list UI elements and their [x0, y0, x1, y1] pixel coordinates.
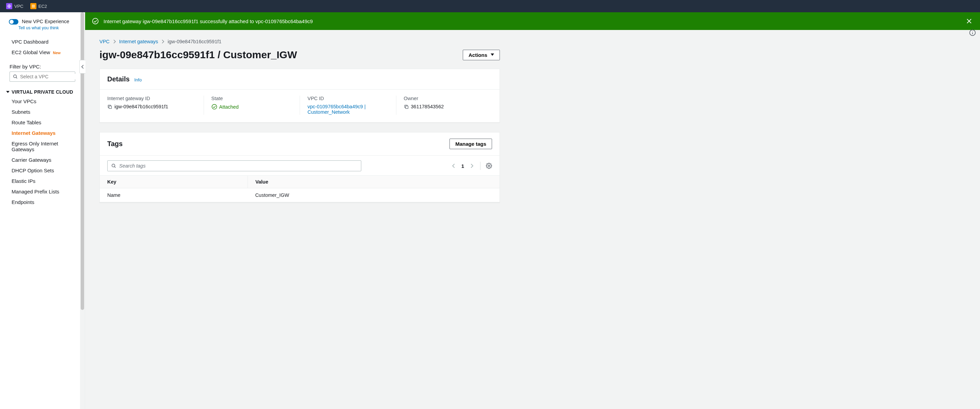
- igw-id-value: igw-09e847b16cc9591f1: [115, 104, 168, 109]
- details-info-link[interactable]: Info: [134, 77, 142, 83]
- sidebar-item-your-vpcs[interactable]: Your VPCs: [0, 96, 85, 107]
- success-check-icon: [92, 18, 99, 24]
- svg-point-11: [972, 31, 973, 32]
- sidebar-group-title: VIRTUAL PRIVATE CLOUD: [11, 89, 73, 95]
- filter-vpc-select[interactable]: [10, 72, 75, 82]
- sidebar-item-subnets[interactable]: Subnets: [0, 107, 85, 117]
- tags-title: Tags: [107, 140, 123, 148]
- service-tab-label: VPC: [14, 4, 24, 9]
- copy-icon: [404, 104, 409, 109]
- caret-down-icon: [491, 54, 494, 56]
- search-icon: [13, 74, 18, 80]
- svg-marker-5: [6, 91, 10, 93]
- sidebar-link-label: EC2 Global View: [11, 49, 50, 55]
- chevron-right-icon: [113, 40, 116, 44]
- svg-line-17: [115, 167, 115, 167]
- breadcrumb-vpc[interactable]: VPC: [99, 39, 110, 44]
- page-next-button[interactable]: [469, 162, 475, 170]
- tag-key-cell: Name: [100, 188, 248, 202]
- copy-owner-button[interactable]: [404, 104, 409, 109]
- table-settings-button[interactable]: [486, 163, 492, 169]
- new-experience-toggle[interactable]: [9, 19, 18, 24]
- sidebar-item-route-tables[interactable]: Route Tables: [0, 117, 85, 128]
- search-icon: [111, 163, 116, 169]
- sidebar-link-label: VPC Dashboard: [11, 39, 48, 45]
- pagination: 1: [451, 162, 492, 170]
- details-panel: Details Info Internet gateway ID igw-: [99, 69, 500, 123]
- svg-point-6: [92, 18, 99, 24]
- tags-panel: Tags Manage tags 1: [99, 132, 500, 203]
- copy-igw-id-button[interactable]: [107, 104, 112, 109]
- chevron-left-icon: [452, 164, 455, 168]
- breadcrumb: VPC Internet gateways igw-09e847b16cc959…: [99, 39, 500, 44]
- close-icon: [966, 18, 972, 24]
- sidebar-group-vpc[interactable]: VIRTUAL PRIVATE CLOUD: [0, 86, 85, 96]
- chevron-right-icon: [161, 40, 164, 44]
- svg-point-14: [212, 104, 216, 109]
- actions-label: Actions: [469, 52, 487, 58]
- search-tags-input[interactable]: [119, 163, 358, 169]
- igw-id-label: Internet gateway ID: [107, 96, 196, 101]
- state-value: Attached: [219, 104, 239, 110]
- svg-point-3: [14, 75, 17, 78]
- sidebar-item-elastic-ips[interactable]: Elastic IPs: [0, 176, 85, 186]
- feedback-link[interactable]: Tell us what you think: [18, 25, 85, 30]
- actions-button[interactable]: Actions: [463, 50, 500, 60]
- sidebar-item-endpoints[interactable]: Endpoints: [0, 197, 85, 207]
- caret-down-icon: [6, 90, 10, 94]
- gear-icon: [486, 163, 492, 169]
- copy-icon: [107, 104, 112, 109]
- experience-title: New VPC Experience: [22, 18, 69, 25]
- svg-rect-2: [33, 6, 34, 7]
- sidebar-item-dhcp-option-sets[interactable]: DHCP Option Sets: [0, 165, 85, 176]
- table-row[interactable]: Name Customer_IGW: [100, 188, 500, 202]
- tags-col-key[interactable]: Key: [100, 176, 248, 188]
- filter-by-vpc-label: Filter by VPC:: [0, 60, 85, 72]
- breadcrumb-current: igw-09e847b16cc9591f1: [167, 39, 221, 44]
- sidebar-link-ec2-global-view[interactable]: EC2 Global View New: [0, 47, 85, 57]
- page-prev-button[interactable]: [451, 162, 457, 170]
- vpc-id-link[interactable]: vpc-0109765bc64ba49c9 | Customer_Network: [307, 104, 388, 115]
- service-tab-vpc[interactable]: VPC: [3, 2, 26, 11]
- success-flash: Internet gateway igw-09e847b16cc9591f1 s…: [85, 12, 980, 30]
- new-badge: New: [53, 51, 60, 55]
- state-label: State: [212, 96, 293, 101]
- service-tab-ec2[interactable]: EC2: [28, 2, 50, 11]
- info-panel-toggle[interactable]: [969, 29, 976, 36]
- scrollbar-thumb[interactable]: [81, 12, 84, 310]
- divider: [480, 162, 480, 170]
- vpc-service-icon: [6, 3, 12, 9]
- sidebar-item-managed-prefix-lists[interactable]: Managed Prefix Lists: [0, 186, 85, 197]
- info-icon: [969, 29, 976, 36]
- svg-marker-12: [491, 54, 494, 56]
- flash-close-button[interactable]: [965, 17, 973, 25]
- filter-vpc-input[interactable]: [20, 74, 80, 80]
- ec2-service-icon: [30, 3, 37, 9]
- tags-col-value[interactable]: Value: [248, 176, 500, 188]
- chevron-right-icon: [470, 164, 473, 168]
- details-title: Details: [107, 75, 130, 83]
- svg-rect-13: [109, 106, 112, 109]
- tags-table: Key Value Name Customer_IGW: [100, 175, 500, 202]
- service-tab-label: EC2: [38, 4, 47, 9]
- chevron-left-icon: [81, 65, 84, 69]
- service-bar: VPC EC2: [0, 0, 980, 12]
- sidebar-item-egress-only-igw[interactable]: Egress Only Internet Gateways: [0, 138, 85, 154]
- page-number: 1: [461, 163, 464, 169]
- flash-message: Internet gateway igw-09e847b16cc9591f1 s…: [103, 18, 960, 24]
- sidebar-item-internet-gateways[interactable]: Internet Gateways: [0, 128, 85, 138]
- sidebar-item-carrier-gateways[interactable]: Carrier Gateways: [0, 154, 85, 165]
- search-tags-field[interactable]: [107, 161, 361, 171]
- svg-line-4: [16, 77, 17, 78]
- sidebar-link-vpc-dashboard[interactable]: VPC Dashboard: [0, 37, 85, 47]
- manage-tags-button[interactable]: Manage tags: [449, 138, 492, 149]
- svg-point-16: [112, 164, 115, 167]
- svg-point-18: [488, 165, 490, 167]
- vpc-id-label: VPC ID: [307, 96, 388, 101]
- breadcrumb-internet-gateways[interactable]: Internet gateways: [119, 39, 158, 44]
- svg-rect-15: [406, 106, 408, 109]
- page-title: igw-09e847b16cc9591f1 / Customer_IGW: [99, 49, 297, 60]
- status-attached-icon: [212, 104, 217, 110]
- sidebar-collapse-toggle[interactable]: [80, 60, 86, 73]
- owner-value: 361178543562: [411, 104, 444, 109]
